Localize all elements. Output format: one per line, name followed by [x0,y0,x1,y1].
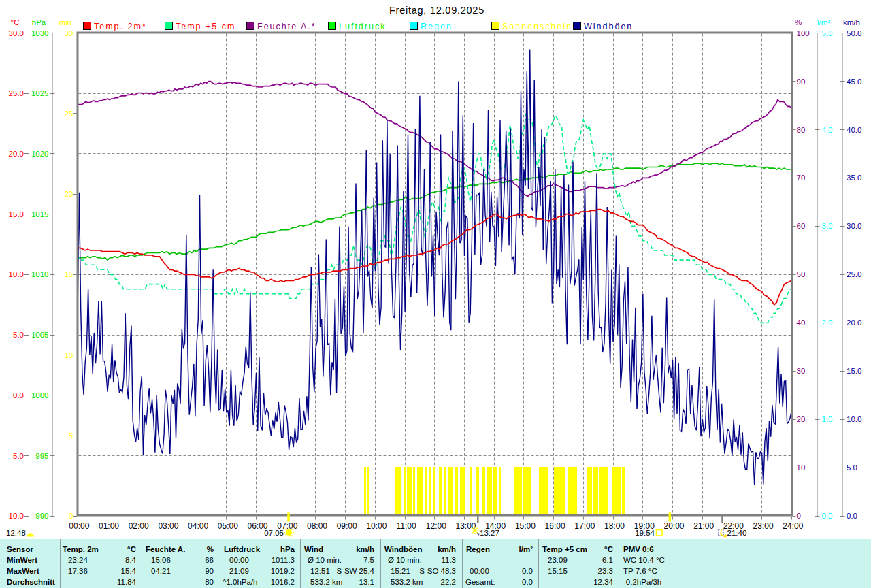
svg-text:03:00: 03:00 [158,521,178,531]
svg-text:25.0: 25.0 [847,270,861,278]
svg-text:Regen: Regen [421,22,453,31]
svg-text:30: 30 [797,367,806,375]
svg-text:21:00: 21:00 [693,521,714,531]
svg-text:0: 0 [69,512,73,520]
svg-text:13:27: 13:27 [480,529,499,537]
svg-text:10: 10 [797,463,806,472]
svg-text:21:40: 21:40 [727,529,747,537]
svg-text:15.0: 15.0 [9,210,24,218]
svg-text:1005: 1005 [31,331,49,339]
svg-text:Temp. 2m*: Temp. 2m* [94,22,147,31]
svg-text:1030: 1030 [31,29,49,37]
svg-text:01:00: 01:00 [99,521,119,531]
svg-text:%: % [795,18,802,27]
svg-text:1015: 1015 [31,210,49,218]
svg-text:15:00: 15:00 [515,521,536,531]
svg-text:1025: 1025 [31,89,49,97]
svg-text:-5.0: -5.0 [10,452,24,460]
svg-text:Freitag, 12.09.2025: Freitag, 12.09.2025 [389,5,484,16]
svg-text:15: 15 [65,270,73,278]
svg-text:0.0: 0.0 [13,391,24,399]
svg-text:l/m²: l/m² [817,18,830,27]
svg-text:Temp +5 cm: Temp +5 cm [176,22,235,31]
svg-text:25: 25 [65,110,73,118]
svg-text:min: min [59,18,72,27]
svg-text:23:00: 23:00 [753,521,774,531]
svg-text:04:00: 04:00 [188,521,208,531]
svg-text:3.0: 3.0 [822,222,833,230]
svg-text:07:05: 07:05 [264,529,284,537]
svg-text:12:00: 12:00 [426,521,446,531]
svg-text:40.0: 40.0 [847,126,861,134]
svg-text:20:00: 20:00 [663,521,684,531]
svg-text:20: 20 [797,415,806,423]
svg-text:°C: °C [11,18,20,27]
svg-text:10.0: 10.0 [847,415,861,423]
svg-text:5.0: 5.0 [847,463,857,472]
svg-text:02:00: 02:00 [129,521,149,531]
svg-text:17:00: 17:00 [574,521,595,531]
svg-text:00:00: 00:00 [69,521,89,531]
svg-text:30.0: 30.0 [9,29,24,37]
svg-text:Sonnenschein: Sonnenschein [502,22,572,31]
svg-text:100: 100 [797,29,810,37]
svg-text:20.0: 20.0 [9,150,24,158]
svg-text:-10.0: -10.0 [6,512,24,520]
svg-text:08:00: 08:00 [307,521,327,531]
svg-text:5: 5 [69,431,73,440]
svg-text:4.0: 4.0 [822,126,833,134]
svg-text:11:00: 11:00 [397,521,416,531]
svg-text:5.0: 5.0 [13,331,24,339]
svg-text:20: 20 [65,190,73,198]
svg-text:24:00: 24:00 [783,521,803,531]
svg-text:19:54: 19:54 [635,529,655,537]
svg-text:2.0: 2.0 [822,318,833,327]
svg-text:45.0: 45.0 [847,78,861,86]
svg-text:0.0: 0.0 [847,512,857,520]
svg-text:12:48: 12:48 [6,529,26,537]
svg-text:40: 40 [797,318,806,327]
svg-text:Windböen: Windböen [584,22,633,31]
svg-text:20.0: 20.0 [847,318,861,327]
svg-text:Luftdruck: Luftdruck [339,22,386,31]
svg-text:5.0: 5.0 [822,29,833,37]
svg-text:80: 80 [797,126,806,134]
svg-text:30.0: 30.0 [847,222,861,230]
svg-text:10.0: 10.0 [9,270,24,278]
svg-text:hPa: hPa [32,18,46,27]
svg-text:30: 30 [65,29,73,37]
svg-text:05:00: 05:00 [218,521,238,531]
svg-text:09:00: 09:00 [337,521,357,531]
svg-text:70: 70 [797,174,806,182]
svg-text:990: 990 [35,512,48,520]
svg-text:15.0: 15.0 [847,367,861,375]
svg-text:50.0: 50.0 [847,29,861,37]
svg-text:995: 995 [35,452,48,460]
svg-text:18:00: 18:00 [604,521,625,531]
svg-text:1010: 1010 [31,270,49,278]
svg-text:1020: 1020 [31,150,49,158]
svg-text:10:00: 10:00 [366,521,387,531]
svg-text:10: 10 [65,351,73,359]
svg-text:1.0: 1.0 [822,415,833,423]
svg-text:Feuchte A.*: Feuchte A.* [257,22,316,31]
svg-text:13:00: 13:00 [455,521,476,531]
svg-text:90: 90 [797,78,806,86]
svg-text:km/h: km/h [843,18,860,27]
svg-text:35.0: 35.0 [847,174,861,182]
svg-text:50: 50 [797,270,806,278]
svg-text:60: 60 [797,222,806,230]
svg-text:1000: 1000 [31,391,49,399]
svg-text:0.0: 0.0 [822,512,833,520]
svg-text:16:00: 16:00 [545,521,565,531]
svg-text:25.0: 25.0 [9,89,24,97]
svg-text:0: 0 [797,512,801,520]
